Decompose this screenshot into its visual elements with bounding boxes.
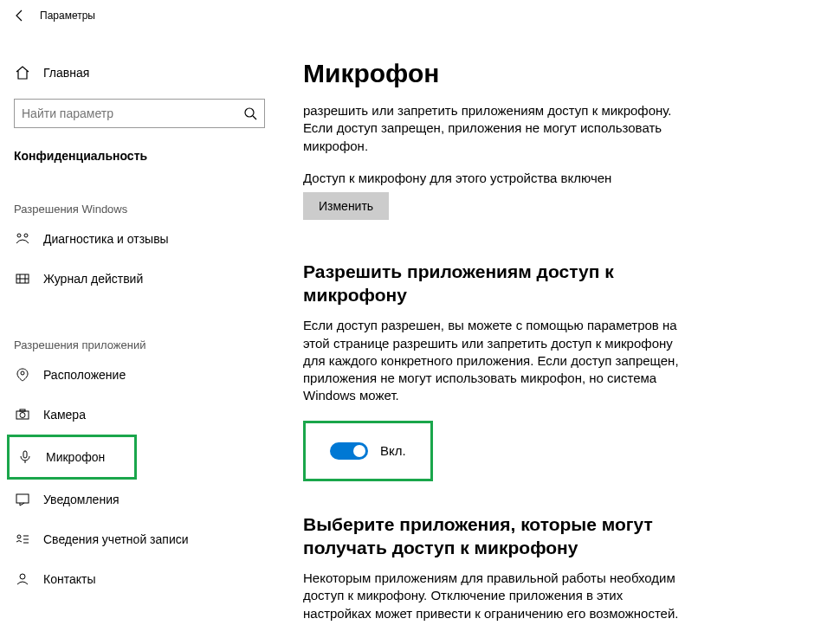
sidebar-item-home[interactable]: Главная xyxy=(14,55,277,90)
sidebar-item-account-info[interactable]: Сведения учетной записи xyxy=(14,519,277,559)
camera-icon xyxy=(14,407,31,422)
device-access-status: Доступ к микрофону для этого устройства … xyxy=(303,171,809,185)
sidebar-item-camera[interactable]: Камера xyxy=(14,395,277,435)
highlight-microphone: Микрофон xyxy=(7,435,137,480)
sidebar-item-label: Сведения учетной записи xyxy=(43,532,189,546)
sidebar-item-label: Уведомления xyxy=(43,493,120,506)
toggle-state-label: Вкл. xyxy=(380,443,406,458)
sidebar-item-microphone[interactable]: Микрофон xyxy=(16,437,134,477)
svg-point-19 xyxy=(20,574,25,579)
search-icon xyxy=(243,106,257,120)
category-title: Конфиденциальность xyxy=(14,149,277,163)
svg-rect-14 xyxy=(16,494,29,503)
sidebar-item-contacts[interactable]: Контакты xyxy=(14,559,277,599)
window-title: Параметры xyxy=(40,10,95,22)
sidebar-item-label: Контакты xyxy=(43,572,95,586)
svg-point-0 xyxy=(245,108,254,117)
allow-apps-desc: Если доступ разрешен, вы можете с помощь… xyxy=(303,317,684,404)
back-button[interactable] xyxy=(7,3,33,29)
sidebar-item-label: Камера xyxy=(43,408,86,422)
section-label-windows: Разрешения Windows xyxy=(14,203,277,216)
sidebar-item-diagnostics[interactable]: Диагностика и отзывы xyxy=(14,219,277,259)
sidebar-item-label: Журнал действий xyxy=(43,272,143,286)
sidebar-item-label: Главная xyxy=(43,66,89,80)
svg-point-3 xyxy=(24,234,28,237)
search-input[interactable] xyxy=(22,106,229,120)
contacts-icon xyxy=(14,571,31,587)
svg-point-8 xyxy=(21,371,24,375)
choose-apps-desc: Некоторым приложениям для правильной раб… xyxy=(303,570,684,622)
svg-point-15 xyxy=(17,535,21,538)
sidebar: Главная Конфиденциальность Разрешения Wi… xyxy=(0,31,277,625)
svg-line-1 xyxy=(253,116,256,119)
section-label-apps: Разрешения приложений xyxy=(14,338,277,351)
home-icon xyxy=(14,65,31,81)
feedback-icon xyxy=(14,231,31,247)
main-content: Микрофон разрешить или запретить приложе… xyxy=(277,31,840,625)
svg-point-2 xyxy=(17,234,21,237)
microphone-icon xyxy=(16,449,34,465)
account-icon xyxy=(14,532,31,547)
allow-apps-toggle[interactable] xyxy=(330,442,368,460)
sidebar-item-notifications[interactable]: Уведомления xyxy=(14,480,277,519)
sidebar-item-activity-history[interactable]: Журнал действий xyxy=(14,259,277,299)
notifications-icon xyxy=(14,492,31,507)
sidebar-item-label: Микрофон xyxy=(46,450,105,464)
search-input-container[interactable] xyxy=(14,99,265,128)
allow-apps-title: Разрешить приложениям доступ к микрофону xyxy=(303,260,701,307)
history-icon xyxy=(14,271,31,287)
highlight-allow-toggle: Вкл. xyxy=(303,421,433,481)
location-icon xyxy=(14,367,31,383)
svg-rect-11 xyxy=(20,409,25,411)
change-button[interactable]: Изменить xyxy=(303,192,389,220)
sidebar-item-location[interactable]: Расположение xyxy=(14,355,277,395)
sidebar-item-label: Расположение xyxy=(43,368,126,382)
intro-text: разрешить или запретить приложениям дост… xyxy=(303,102,684,155)
choose-apps-title: Выберите приложения, которые могут получ… xyxy=(303,512,701,560)
sidebar-item-label: Диагностика и отзывы xyxy=(43,232,169,246)
titlebar: Параметры xyxy=(0,0,840,31)
page-title: Микрофон xyxy=(303,59,809,88)
svg-point-10 xyxy=(20,413,25,418)
svg-rect-12 xyxy=(23,451,27,458)
